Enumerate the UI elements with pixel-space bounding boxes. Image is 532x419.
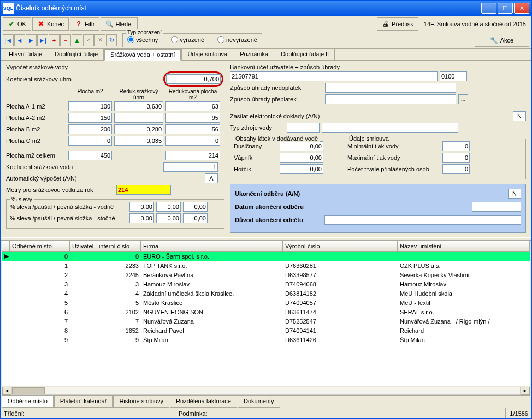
sl3-input[interactable]: [183, 202, 208, 212]
duvod-input[interactable]: [324, 215, 521, 225]
a1-reduk-input[interactable]: [114, 101, 163, 111]
c-plocha-input[interactable]: [68, 136, 112, 146]
c-redpl-input[interactable]: [165, 136, 220, 146]
tab-doplnujici2[interactable]: Doplňující údaje II: [275, 49, 335, 60]
scroll-thumb[interactable]: [12, 387, 45, 394]
predtisk-button[interactable]: 🖨Předtisk: [377, 17, 418, 31]
scroll-left-button[interactable]: ◄: [2, 387, 11, 395]
typzdroj2-input[interactable]: [322, 123, 458, 133]
ksv-label: Koeficient srážková voda: [6, 164, 161, 170]
a2-reduk-input[interactable]: [114, 113, 163, 123]
next-button[interactable]: ►: [26, 34, 37, 46]
add-button[interactable]: +: [49, 34, 60, 46]
koef-uhrn-input[interactable]: [166, 74, 221, 84]
horcik-input[interactable]: [280, 164, 323, 174]
b-redpl-input[interactable]: [165, 124, 220, 134]
col-uzivatel[interactable]: Uživatel - interní číslo: [70, 241, 141, 251]
min-tlak-input[interactable]: [442, 141, 470, 151]
btab-rozdelena-fakturace[interactable]: Rozdělená fakturace: [170, 396, 237, 408]
sl5-input[interactable]: [156, 213, 181, 223]
hledej-button[interactable]: 🔍Hledej: [101, 17, 137, 31]
display-type-legend: Typ zobrazení: [126, 29, 163, 35]
table-row[interactable]: 62102NGUYEN HONG SOND63611474SERAL s r.o…: [2, 307, 530, 316]
tab-hlavni[interactable]: Hlavní údaje: [3, 49, 48, 60]
preplatek-input[interactable]: [325, 94, 456, 104]
table-row[interactable]: 44Základní umělecká škola Kraslice,D6381…: [2, 289, 530, 298]
maximize-button[interactable]: ☐: [498, 3, 513, 14]
scroll-right-button[interactable]: ►: [521, 387, 530, 395]
celkem-redpl-input[interactable]: [165, 151, 220, 160]
first-button[interactable]: |◄: [3, 34, 14, 46]
col-odberne-misto[interactable]: Odběrné místo: [10, 241, 70, 251]
sl6-input[interactable]: [183, 213, 208, 223]
konec-button[interactable]: ✖Konec: [32, 17, 69, 31]
grid-body[interactable]: ▶00EURO - Šarm spol. s r.o.12233TOP TANK…: [2, 252, 530, 386]
cancel-edit-button[interactable]: ✕: [94, 34, 105, 46]
table-row[interactable]: 12233TOP TANK s.r.o.D76360281CZK PLUS a.…: [2, 261, 530, 270]
sl1-input[interactable]: [129, 202, 154, 212]
banka-input[interactable]: [230, 71, 438, 81]
a2-plocha-input[interactable]: [68, 113, 112, 123]
vapnik-input[interactable]: [280, 153, 323, 163]
table-row[interactable]: 33Hamouz MiroslavD74094068Hamouz Mirosla…: [2, 279, 530, 289]
a2-redpl-input[interactable]: [165, 113, 220, 123]
akce-button[interactable]: 🔧Akce: [475, 34, 529, 47]
tab-doplnujici[interactable]: Doplňující údaje: [49, 49, 104, 60]
ksv-input[interactable]: [163, 162, 218, 172]
banka-kod-input[interactable]: [440, 71, 467, 81]
ukonceni-input[interactable]: [508, 189, 521, 199]
a1-redpl-input[interactable]: [165, 101, 220, 111]
h-scrollbar[interactable]: ◄ ►: [2, 386, 530, 395]
b-reduk-input[interactable]: [114, 124, 163, 134]
confirm-button[interactable]: ✓: [83, 34, 94, 46]
table-row[interactable]: 99Šíp MilanD63611426Šíp Milan: [2, 335, 530, 344]
radio-notdiscarded[interactable]: nevyřazené: [217, 36, 257, 43]
edok-input[interactable]: [513, 111, 526, 121]
table-row[interactable]: 81652Reichard PavelD74094141Reichard: [2, 326, 530, 335]
max-tlak-input[interactable]: [442, 153, 470, 163]
col-vyrobni-cislo[interactable]: Výrobní číslo: [283, 241, 398, 251]
minimize-button[interactable]: —: [481, 3, 496, 14]
refresh-button[interactable]: ↻: [106, 34, 117, 46]
col-firma[interactable]: Firma: [141, 241, 283, 251]
table-row[interactable]: 55Město KrasliceD74094057MeU - textil: [2, 298, 530, 307]
tab-poznamka[interactable]: Poznámka: [234, 49, 274, 60]
table-row[interactable]: ▶00EURO - Šarm spol. s r.o.: [2, 252, 530, 261]
prev-button[interactable]: ◄: [14, 34, 25, 46]
b-plocha-input[interactable]: [68, 124, 112, 134]
tab-smlouva[interactable]: Údaje smlouva: [181, 49, 233, 60]
radio-discarded[interactable]: vyřazené: [171, 36, 204, 43]
nedoplatek-input[interactable]: [325, 83, 456, 93]
typzdroj1-input[interactable]: [287, 123, 320, 133]
metry-input[interactable]: [116, 185, 171, 195]
btab-odberne-misto[interactable]: Odběrné místo: [2, 396, 54, 408]
datum-ukonceni-input[interactable]: [472, 202, 521, 212]
cell-firma: Nunvářová Zuzana: [141, 318, 283, 325]
remove-button[interactable]: −: [60, 34, 71, 46]
preplatek-lookup-button[interactable]: …: [458, 94, 468, 104]
dusicnany-input[interactable]: [280, 141, 323, 151]
btab-dokumenty[interactable]: Dokumenty: [238, 396, 280, 408]
table-row[interactable]: 77Nunvářová ZuzanaD75252547Nunvářová Zuz…: [2, 316, 530, 326]
close-button[interactable]: ✕: [514, 3, 529, 14]
statusbar: Třídění: Podmínka: 1/1586: [1, 408, 531, 418]
col-nazev-umisteni[interactable]: Název umístění: [398, 241, 530, 251]
tab-srazkova[interactable]: Srážková voda + ostatní: [104, 49, 181, 61]
sl2-input[interactable]: [156, 202, 181, 212]
celkem-plocha-input[interactable]: [68, 151, 112, 160]
radio-all[interactable]: všechny: [127, 36, 158, 43]
c-reduk-input[interactable]: [114, 136, 163, 146]
osob-input[interactable]: [442, 164, 470, 174]
table-row[interactable]: 22245Beránková PavlínaD63398577Severka K…: [2, 270, 530, 279]
btab-platebni-kalendar[interactable]: Platební kalendář: [54, 396, 113, 408]
btab-historie-smlouvy[interactable]: Historie smlouvy: [113, 396, 169, 408]
last-button[interactable]: ►|: [37, 34, 48, 46]
ok-button[interactable]: ✔OK: [3, 17, 31, 31]
a1-plocha-input[interactable]: [68, 101, 112, 111]
scroll-track[interactable]: [11, 387, 521, 395]
nav-toolbar: |◄ ◄ ► ►| + − ▲ ✓ ✕ ↻ Typ zobrazení všec…: [1, 32, 531, 49]
filtr-button[interactable]: ?Filtr: [70, 17, 99, 31]
edit-button[interactable]: ▲: [72, 34, 82, 46]
auto-input[interactable]: [205, 173, 218, 183]
sl4-input[interactable]: [129, 213, 154, 223]
